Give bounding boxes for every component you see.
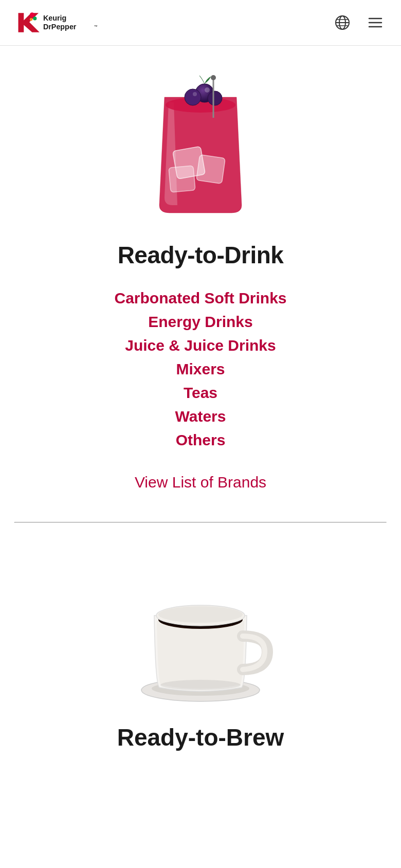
waters-link[interactable]: Waters [175,408,226,425]
others-link[interactable]: Others [176,431,226,448]
svg-rect-17 [169,166,195,192]
list-item: Mixers [114,360,286,378]
view-brands-link[interactable]: View List of Brands [135,474,266,491]
brew-image-container [21,549,380,708]
brew-section-title: Ready-to-Brew [117,724,284,751]
logo-area: Keurig DrPepper ™ [14,9,107,36]
juice-drinks-link[interactable]: Juice & Juice Drinks [125,337,276,354]
svg-rect-16 [196,155,225,184]
svg-point-34 [160,680,241,690]
svg-text:Keurig: Keurig [43,14,66,22]
svg-point-3 [30,18,32,21]
energy-drinks-link[interactable]: Energy Drinks [148,313,252,330]
rtd-category-list: Carbonated Soft Drinks Energy Drinks Jui… [114,290,286,455]
ready-to-drink-section: Ready-to-Drink Carbonated Soft Drinks En… [0,46,401,522]
rtd-drink-image [113,66,288,226]
globe-icon [334,14,351,31]
carbonated-soft-drinks-link[interactable]: Carbonated Soft Drinks [114,290,286,306]
svg-point-26 [211,75,216,80]
menu-button[interactable] [364,11,387,34]
svg-point-21 [185,89,201,105]
ready-to-brew-section: Ready-to-Brew [0,523,401,787]
globe-button[interactable] [331,11,354,34]
svg-point-24 [193,92,197,96]
svg-point-23 [205,87,210,93]
site-header: Keurig DrPepper ™ [0,0,401,46]
list-item: Waters [114,408,286,425]
kdp-logo[interactable]: Keurig DrPepper ™ [14,9,107,36]
header-icons [331,11,387,34]
list-item: Others [114,431,286,449]
hamburger-icon [367,14,384,31]
svg-point-22 [208,91,222,105]
svg-point-33 [158,606,243,623]
list-item: Carbonated Soft Drinks [114,290,286,307]
mixers-link[interactable]: Mixers [176,360,225,377]
svg-point-1 [30,12,34,17]
svg-point-2 [33,16,37,20]
svg-text:™: ™ [94,25,98,29]
list-item: Energy Drinks [114,313,286,331]
svg-text:DrPepper: DrPepper [43,23,77,31]
rtd-image-container [21,66,380,226]
list-item: Teas [114,384,286,402]
rtd-section-title: Ready-to-Drink [118,241,284,269]
list-item: Juice & Juice Drinks [114,337,286,354]
teas-link[interactable]: Teas [184,384,217,401]
brew-coffee-image [113,549,288,708]
